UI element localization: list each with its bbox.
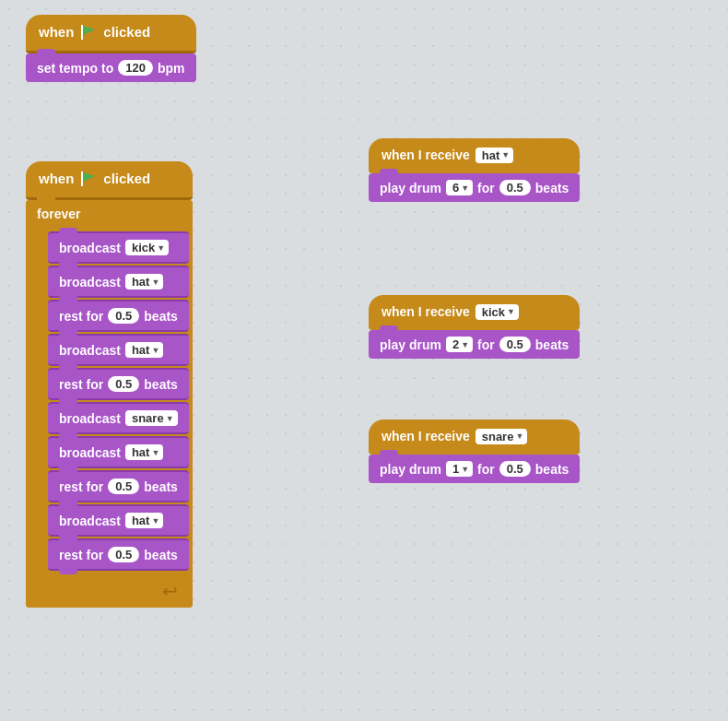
hat4-arrow-icon: ▼ (151, 516, 159, 526)
rest1-block[interactable]: rest for 0.5 beats (48, 300, 189, 332)
rest4-block[interactable]: rest for 0.5 beats (48, 538, 189, 571)
svg-marker-3 (83, 172, 95, 182)
drum-hat-dropdown[interactable]: 6 ▼ (446, 180, 473, 195)
broadcast-hat1-label: broadcast (59, 275, 121, 290)
play-drum-hat-block[interactable]: play drum 6 ▼ for 0.5 beats (369, 173, 580, 202)
receive-hat-when-label: when I receive (382, 148, 470, 162)
main-when-clicked-group: when clicked forever broadcast kick ▼ (26, 161, 193, 608)
play-drum-snare-block[interactable]: play drum 1 ▼ for 0.5 beats (369, 455, 580, 483)
clicked-label: clicked (103, 24, 150, 40)
hat-receive-arrow-icon: ▼ (501, 150, 510, 160)
rest3-block[interactable]: rest for 0.5 beats (48, 470, 189, 502)
rest2-label: rest for (59, 377, 103, 392)
hat-receive-dropdown[interactable]: hat ▼ (476, 148, 513, 163)
snare-dropdown[interactable]: snare ▼ (125, 410, 178, 426)
broadcast-kick-label: broadcast (59, 241, 121, 255)
hat4-value: hat (132, 514, 150, 527)
green-flag-icon (79, 23, 98, 41)
play-drum-hat-label: play drum (380, 181, 441, 195)
rest2-value[interactable]: 0.5 (108, 376, 139, 392)
broadcast-hat2-block[interactable]: broadcast hat ▼ (48, 334, 189, 366)
snare-receive-arrow-icon: ▼ (515, 431, 523, 441)
hat2-dropdown[interactable]: hat ▼ (125, 342, 163, 358)
green-flag-icon2 (79, 170, 98, 188)
snare-receive-dropdown[interactable]: snare ▼ (476, 429, 528, 444)
play-drum-hat-unit: beats (535, 181, 569, 195)
broadcast-snare-block[interactable]: broadcast snare ▼ (48, 402, 189, 434)
hat3-value: hat (132, 445, 150, 459)
drum-snare-arrow-icon: ▼ (461, 465, 469, 474)
drum-hat-arrow-icon: ▼ (461, 183, 469, 193)
rest4-value[interactable]: 0.5 (108, 547, 139, 562)
rest3-value[interactable]: 0.5 (108, 479, 139, 494)
snare-arrow-icon: ▼ (166, 414, 174, 423)
broadcast-hat4-label: broadcast (59, 514, 121, 528)
kick-receive-arrow-icon: ▼ (507, 307, 515, 316)
snare-value: snare (132, 411, 164, 425)
broadcast-hat4-block[interactable]: broadcast hat ▼ (48, 504, 189, 537)
bpm-label: bpm (158, 61, 185, 76)
drum-snare-beats-value[interactable]: 0.5 (499, 461, 531, 477)
receive-kick-hat[interactable]: when I receive kick ▼ (369, 295, 580, 330)
play-drum-snare-for: for (477, 462, 495, 477)
tempo-value[interactable]: 120 (118, 60, 153, 76)
play-drum-kick-block[interactable]: play drum 2 ▼ for 0.5 beats (369, 330, 580, 359)
forever-label: forever (37, 207, 80, 221)
drum-kick-dropdown[interactable]: 2 ▼ (446, 337, 473, 352)
kick-receive-value: kick (482, 305, 505, 319)
rest1-value[interactable]: 0.5 (108, 308, 139, 324)
broadcast-hat3-block[interactable]: broadcast hat ▼ (48, 436, 189, 468)
rest1-label: rest for (59, 309, 103, 324)
clicked-label2: clicked (103, 171, 150, 186)
drum-hat-value: 6 (452, 181, 459, 195)
hat2-value: hat (132, 343, 150, 357)
drum-kick-beats-value[interactable]: 0.5 (499, 337, 531, 352)
forever-block: forever broadcast kick ▼ broadcast hat ▼ (26, 200, 193, 608)
forever-arrow-icon: ↩ (162, 580, 178, 602)
rest1-unit: beats (144, 309, 178, 324)
rest3-unit: beats (144, 479, 178, 494)
hat4-dropdown[interactable]: hat ▼ (125, 513, 163, 528)
rest3-label: rest for (59, 479, 103, 494)
forever-footer: ↩ (26, 574, 193, 608)
play-drum-hat-for: for (477, 181, 495, 195)
play-drum-kick-label: play drum (380, 337, 441, 352)
kick-value: kick (132, 241, 155, 254)
play-drum-kick-for: for (477, 337, 495, 352)
rest2-unit: beats (144, 377, 178, 392)
broadcast-hat3-label: broadcast (59, 445, 121, 460)
receive-hat-hat[interactable]: when I receive hat ▼ (369, 138, 580, 173)
drum-kick-arrow-icon: ▼ (461, 340, 469, 349)
drum-snare-dropdown[interactable]: 1 ▼ (446, 461, 473, 477)
rest4-unit: beats (144, 548, 178, 562)
snare-receive-value: snare (482, 430, 514, 443)
receive-hat-group: when I receive hat ▼ play drum 6 ▼ for 0… (369, 138, 580, 202)
receive-snare-group: when I receive snare ▼ play drum 1 ▼ for… (369, 420, 580, 483)
broadcast-kick-block[interactable]: broadcast kick ▼ (48, 231, 189, 264)
hat1-dropdown[interactable]: hat ▼ (125, 274, 163, 290)
receive-snare-when-label: when I receive (382, 429, 470, 443)
when-label2: when (39, 171, 74, 186)
play-drum-snare-label: play drum (380, 462, 441, 477)
drum-kick-value: 2 (452, 337, 459, 351)
kick-receive-dropdown[interactable]: kick ▼ (476, 304, 519, 320)
hat3-dropdown[interactable]: hat ▼ (125, 444, 163, 460)
set-tempo-block[interactable]: set tempo to 120 bpm (26, 53, 196, 82)
broadcast-snare-label: broadcast (59, 411, 121, 426)
play-drum-snare-unit: beats (535, 462, 569, 477)
kick-arrow-icon: ▼ (157, 243, 165, 253)
svg-marker-1 (83, 26, 95, 35)
drum-hat-beats-value[interactable]: 0.5 (499, 180, 531, 195)
hat-receive-value: hat (482, 148, 500, 162)
receive-kick-group: when I receive kick ▼ play drum 2 ▼ for … (369, 295, 580, 359)
hat3-arrow-icon: ▼ (151, 448, 159, 457)
receive-kick-when-label: when I receive (382, 304, 470, 319)
kick-dropdown[interactable]: kick ▼ (125, 240, 169, 255)
hat2-arrow-icon: ▼ (151, 346, 159, 355)
top-when-clicked-hat[interactable]: when clicked (26, 15, 196, 53)
receive-snare-hat[interactable]: when I receive snare ▼ (369, 420, 580, 455)
broadcast-hat1-block[interactable]: broadcast hat ▼ (48, 266, 189, 298)
rest2-block[interactable]: rest for 0.5 beats (48, 368, 189, 400)
rest4-label: rest for (59, 548, 103, 562)
broadcast-hat2-label: broadcast (59, 343, 121, 358)
